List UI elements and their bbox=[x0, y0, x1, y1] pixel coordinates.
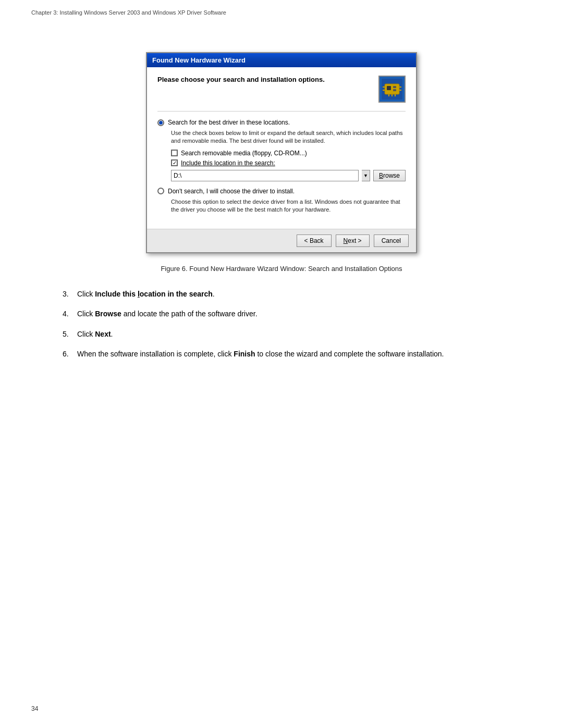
indent-block-1: Use the check boxes below to limit or ex… bbox=[171, 129, 406, 181]
radio-search-best[interactable] bbox=[157, 119, 164, 126]
list-num-5: 5. bbox=[63, 328, 77, 340]
next-n-underline: N bbox=[344, 237, 348, 244]
dialog-window: Found New Hardware Wizard Please choose … bbox=[146, 52, 417, 253]
list-item-6: 6. When the software installation is com… bbox=[63, 348, 521, 360]
checkbox-removable[interactable] bbox=[171, 150, 178, 156]
radio-row-1[interactable]: Search for the best driver in these loca… bbox=[157, 119, 406, 126]
list-item-4: 4. Click Browse and locate the path of t… bbox=[63, 308, 521, 319]
dialog-header-row: Please choose your search and installati… bbox=[157, 76, 406, 103]
dialog-titlebar-text: Found New Hardware Wizard bbox=[152, 56, 246, 64]
instructions-list: 3. Click Include this location in the se… bbox=[63, 288, 521, 360]
wizard-icon bbox=[378, 76, 406, 103]
svg-rect-3 bbox=[393, 86, 396, 88]
chapter-header-text: Chapter 3: Installing Windows Server 200… bbox=[31, 9, 226, 16]
dialog-footer: < Back Next > Cancel bbox=[147, 229, 416, 252]
radio-dont-search[interactable] bbox=[157, 188, 164, 194]
list-text-4: Click Browse and locate the path of the … bbox=[77, 308, 258, 319]
browse-label: Browse bbox=[379, 172, 400, 179]
bold-include: Include this location in the search bbox=[95, 290, 213, 298]
back-label: < Back bbox=[304, 237, 324, 244]
cancel-label: Cancel bbox=[382, 237, 401, 244]
dialog-body: Please choose your search and installati… bbox=[147, 67, 416, 229]
list-text-3: Click Include this location in the searc… bbox=[77, 288, 215, 300]
chapter-header: Chapter 3: Installing Windows Server 200… bbox=[0, 0, 563, 16]
path-input[interactable] bbox=[171, 170, 359, 181]
page-content: Found New Hardware Wizard Please choose … bbox=[0, 16, 563, 389]
checkbox-row-1[interactable]: Search removable media (floppy, CD-ROM..… bbox=[171, 150, 406, 157]
bold-browse: Browse bbox=[95, 310, 121, 318]
list-text-6: When the software installation is comple… bbox=[77, 348, 444, 360]
checkbox-include-location-label: Include this location in the search: bbox=[181, 159, 275, 167]
list-num-3: 3. bbox=[63, 288, 77, 300]
cancel-button[interactable]: Cancel bbox=[374, 235, 409, 247]
list-num-6: 6. bbox=[63, 348, 77, 360]
include-location-underline: Include this location in the search: bbox=[181, 159, 275, 167]
svg-rect-2 bbox=[387, 86, 391, 90]
checkbox-removable-label: Search removable media (floppy, CD-ROM..… bbox=[181, 150, 307, 157]
radio-row-2[interactable]: Don't search, I will choose the driver t… bbox=[157, 188, 406, 195]
svg-rect-4 bbox=[393, 89, 396, 91]
bold-next: Next bbox=[95, 330, 111, 338]
list-text-5: Click Next. bbox=[77, 328, 113, 340]
path-dropdown-arrow[interactable]: ▼ bbox=[362, 170, 370, 181]
checkbox-include-location[interactable] bbox=[171, 159, 178, 166]
wizard-icon-svg bbox=[381, 78, 403, 101]
include-l-underline: l bbox=[138, 290, 140, 298]
next-label: Next > bbox=[344, 237, 362, 244]
radio-section-1: Search for the best driver in these loca… bbox=[157, 119, 406, 181]
radio-dont-search-label: Don't search, I will choose the driver t… bbox=[168, 188, 295, 195]
list-item-5: 5. Click Next. bbox=[63, 328, 521, 340]
radio-section-2: Don't search, I will choose the driver t… bbox=[157, 188, 406, 214]
checkbox-row-2[interactable]: Include this location in the search: bbox=[171, 159, 406, 167]
bold-finish: Finish bbox=[234, 350, 255, 358]
next-button[interactable]: Next > bbox=[336, 235, 370, 247]
list-num-4: 4. bbox=[63, 308, 77, 319]
dont-search-desc: Choose this option to select the device … bbox=[171, 198, 406, 214]
search-desc-text: Use the check boxes below to limit or ex… bbox=[171, 129, 406, 145]
path-row: ▼ Browse bbox=[171, 170, 406, 181]
browse-button[interactable]: Browse bbox=[373, 170, 406, 181]
back-button[interactable]: < Back bbox=[297, 235, 332, 247]
browse-b-underline: B bbox=[379, 172, 383, 179]
page-number: 34 bbox=[31, 705, 38, 712]
indent-block-2: Choose this option to select the device … bbox=[171, 198, 406, 214]
radio-search-best-label: Search for the best driver in these loca… bbox=[168, 119, 290, 126]
dialog-heading: Please choose your search and installati… bbox=[157, 76, 378, 83]
dialog-titlebar: Found New Hardware Wizard bbox=[147, 53, 416, 67]
browse-label-text: rowse bbox=[383, 172, 400, 179]
dialog-separator bbox=[157, 111, 406, 112]
figure-caption: Figure 6. Found New Hardware Wizard Wind… bbox=[42, 264, 521, 274]
list-item-3: 3. Click Include this location in the se… bbox=[63, 288, 521, 300]
dialog-screenshot-container: Found New Hardware Wizard Please choose … bbox=[42, 52, 521, 253]
